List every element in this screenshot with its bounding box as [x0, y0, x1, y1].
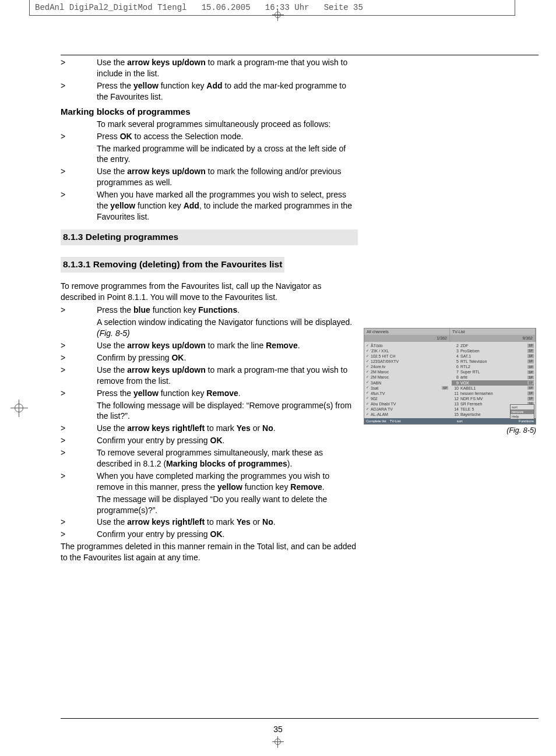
shot-count-right: 9/362: [450, 335, 536, 341]
bullet: >: [61, 305, 97, 316]
step-text: Use the arrow keys right/left to mark Ye…: [97, 423, 358, 434]
bullet: >: [61, 57, 97, 79]
ftr-sort: sort: [402, 418, 517, 424]
bullet: >: [61, 529, 97, 540]
registration-mark: [13, 402, 26, 415]
step-item: >To remove several programmes simultaneo…: [61, 447, 358, 469]
bullet: >: [61, 166, 97, 188]
figure-caption: (Fig. 8-5): [364, 426, 536, 436]
list-item: 6RTL2SP: [452, 364, 534, 369]
list-item: ✓123SAT/69XTV: [366, 359, 448, 364]
step-text: Press the yellow function key Remove.: [97, 388, 358, 399]
heading-8131: 8.1.3.1 Removing (deleting) from the Fav…: [61, 257, 284, 273]
list-item: 4SAT.1SP: [452, 354, 534, 359]
bullet: >: [61, 435, 97, 446]
heading-813: 8.1.3 Deleting programmes: [61, 229, 358, 245]
step-text: When you have marked all the programmes …: [97, 189, 358, 222]
popup-sort: sort: [511, 405, 534, 409]
navigator-screenshot: All channels TV-List 1/362 9/362 ✓ÅTöôb✓…: [364, 328, 536, 425]
marking-steps: To mark several programmes simultaneousl…: [61, 119, 358, 222]
list-item: 11hessen fernsehenSP: [452, 391, 534, 396]
step-item: >Use the arrow keys right/left to mark Y…: [61, 517, 358, 528]
list-item: ✓2M Maroc: [366, 375, 448, 380]
registration-mark: [272, 736, 284, 748]
bullet: >: [61, 340, 97, 351]
step-item: >Use the arrow keys up/down to mark a pr…: [61, 57, 358, 79]
step-item: >Press OK to access the Selection mode.: [61, 131, 358, 142]
list-item: ✓102.5 HIT CH: [366, 354, 448, 359]
shot-left-col: ✓ÅTöôb✓'ZIK / XXL✓102.5 HIT CH✓123SAT/69…: [364, 342, 450, 418]
shot-hdr-left: All channels: [364, 328, 450, 335]
bullet: >: [61, 517, 97, 528]
list-item: 2ZDFSP: [452, 343, 534, 348]
step-text: Use the arrow keys up/down to mark the l…: [97, 340, 358, 351]
list-item: ✓2M Maroc: [366, 369, 448, 375]
intro-steps: >Use the arrow keys up/down to mark a pr…: [61, 57, 358, 103]
registration-mark: [272, 9, 284, 21]
step-item: >Use the arrow keys up/down to mark a pr…: [61, 365, 358, 387]
step-text: To mark several programmes simultaneousl…: [97, 119, 358, 130]
list-item: ✓AL-ALAM: [366, 412, 448, 417]
bullet: >: [61, 447, 97, 469]
bullet: [61, 119, 97, 130]
figure-8-5: All channels TV-List 1/362 9/362 ✓ÅTöôb✓…: [364, 328, 536, 436]
functions-popup: sort remove Help: [510, 404, 534, 419]
step-item: >Confirm by pressing OK.: [61, 352, 358, 363]
list-item: 5RTL TelevisionSP: [452, 359, 534, 364]
step-text: Use the arrow keys up/down to mark a pro…: [97, 57, 358, 79]
step-item: >Press the yellow function key Add to ad…: [61, 80, 358, 103]
bullet: >: [61, 471, 97, 493]
steps-8131: >Press the blue function key Functions. …: [61, 305, 358, 540]
list-item: 8arteSP: [452, 375, 534, 380]
step-item: To mark several programmes simultaneousl…: [61, 119, 358, 130]
step-item: The following message will be displayed:…: [61, 400, 358, 422]
step-text: Confirm your entry by pressing OK.: [97, 529, 358, 540]
step-item: >Confirm your entry by pressing OK.: [61, 435, 358, 446]
bullet: [61, 317, 97, 339]
bullet: >: [61, 388, 97, 399]
list-item: ✓'ZIK / XXL: [366, 348, 448, 354]
top-rule: [61, 55, 539, 55]
step-text: To remove several programmes simultaneou…: [97, 447, 358, 469]
bullet: [61, 494, 97, 516]
step-text: The following message will be displayed:…: [97, 400, 358, 422]
step-text: Press the blue function key Functions.: [97, 305, 358, 316]
step-item: >Press the yellow function key Remove.: [61, 388, 358, 399]
list-item: 7Super RTLSP: [452, 369, 534, 375]
step-text: Confirm your entry by pressing OK.: [97, 435, 358, 446]
list-item: 3ProSiebenSP: [452, 348, 534, 354]
step-item: >Use the arrow keys right/left to mark Y…: [61, 423, 358, 434]
step-text: When you have completed marking the prog…: [97, 471, 358, 493]
list-item: 12NDR FS MVSP: [452, 396, 534, 401]
step-text: A selection window indicating the Naviga…: [97, 317, 358, 339]
step-text: Use the arrow keys right/left to mark Ye…: [97, 517, 358, 528]
popup-remove: remove: [511, 409, 534, 414]
ftr-complete: Complete list: [364, 418, 388, 424]
list-item: ✓3satSP: [366, 386, 448, 391]
step-text: Use the arrow keys up/down to mark the f…: [97, 166, 358, 188]
bullet: >: [61, 365, 97, 387]
bullet: [61, 400, 97, 422]
step-text: Confirm by pressing OK.: [97, 352, 358, 363]
list-item: 10KABEL1SP: [452, 386, 534, 391]
step-text: Press the yellow function key Add to add…: [97, 80, 358, 103]
list-item: ✓4fun.TV: [366, 391, 448, 396]
step-item: >Use the arrow keys up/down to mark the …: [61, 340, 358, 351]
bottom-rule: [61, 718, 539, 719]
list-item: ✓24ore.tv: [366, 364, 448, 369]
page-number: 35: [0, 724, 556, 735]
popup-help: Help: [511, 414, 534, 419]
shot-hdr-right: TV-List: [450, 328, 536, 335]
step-text: Use the arrow keys up/down to mark a pro…: [97, 365, 358, 387]
bullet: [61, 143, 97, 165]
step-item: A selection window indicating the Naviga…: [61, 317, 358, 339]
step-text: Press OK to access the Selection mode.: [97, 131, 358, 142]
shot-count-left: 1/362: [364, 335, 450, 341]
list-item: 9VOXSP: [452, 380, 534, 386]
heading-marking: Marking blocks of programmes: [61, 106, 358, 118]
step-text: The marked programme will be indicated b…: [97, 143, 358, 165]
bullet: >: [61, 352, 97, 363]
page-body: >Use the arrow keys up/down to mark a pr…: [61, 57, 358, 563]
list-item: ✓Abu Dhabi TV: [366, 401, 448, 407]
step-item: >Press the blue function key Functions.: [61, 305, 358, 316]
